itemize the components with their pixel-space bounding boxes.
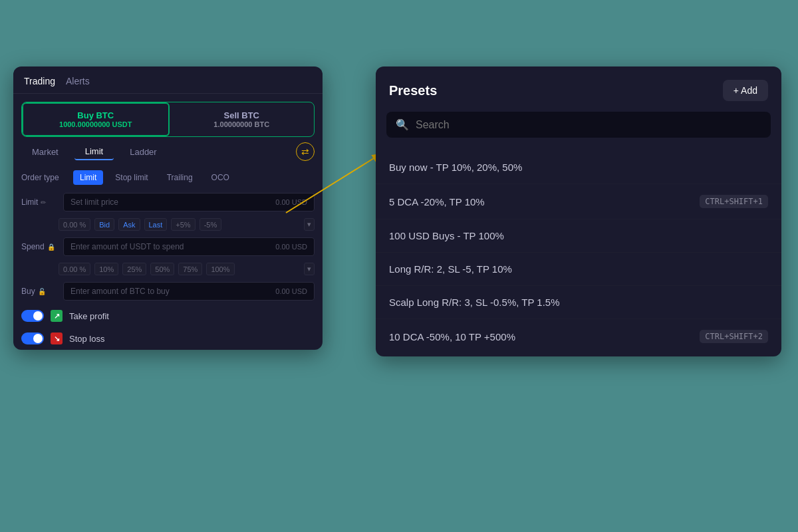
spend-label: Spend 🔒 [21,242,58,251]
preset-name: 5 DCA -20%, TP 10% [389,196,485,207]
order-type-tabs: Market Limit Ladder ⇄ [13,137,323,166]
order-trailing-btn[interactable]: Trailing [160,170,200,185]
spend-10-btn[interactable]: 10% [94,263,118,275]
preset-item[interactable]: 10 DCA -50%, 10 TP +500%CTRL+SHIFT+2 [376,319,781,354]
presets-title: Presets [389,83,437,98]
search-container: 🔍 [386,112,771,138]
ask-btn[interactable]: Ask [118,218,140,231]
add-preset-button[interactable]: + Add [723,80,768,101]
limit-field-row: Limit ✏ Set limit price 0.00 USD [13,189,323,215]
spend-75-btn[interactable]: 75% [178,263,202,275]
order-type-row: Order type Limit Stop limit Trailing OCO [13,166,323,189]
edit-icon: ✏ [41,199,46,206]
tab-alerts[interactable]: Alerts [66,74,90,88]
shortcut-badge: CTRL+SHIFT+1 [700,195,768,208]
spend-input[interactable]: Enter amount of USDT to spend 0.00 USD [63,237,315,256]
tab-ladder[interactable]: Ladder [119,144,167,160]
take-profit-toggle[interactable] [21,310,44,322]
preset-item[interactable]: Buy now - TP 10%, 20%, 50% [376,151,781,184]
spend-100-btn[interactable]: 100% [206,263,234,275]
presets-header: Presets + Add [376,66,781,112]
buy-label: Buy 🔓 [21,287,58,296]
take-profit-label: Take profit [69,311,109,321]
stop-loss-toggle[interactable] [21,332,44,344]
sell-button[interactable]: Sell BTC 1.00000000 BTC [170,102,315,136]
spend-dropdown-btn[interactable]: ▾ [304,263,315,275]
take-profit-icon: ↗ [51,310,63,322]
preset-name: 10 DCA -50%, 10 TP +500% [389,331,515,342]
bid-btn[interactable]: Bid [94,218,114,231]
spend-pct-btn[interactable]: 0.00 % [59,263,90,275]
spend-50-btn[interactable]: 50% [150,263,174,275]
order-limit-btn[interactable]: Limit [73,170,103,185]
preset-list: Buy now - TP 10%, 20%, 50%5 DCA -20%, TP… [376,148,781,356]
last-btn[interactable]: Last [144,218,168,231]
order-type-label: Order type [21,173,68,182]
stop-loss-label: Stop loss [69,334,104,344]
limit-label: Limit ✏ [21,198,58,207]
lock2-icon: 🔓 [38,288,46,295]
spend-25-btn[interactable]: 25% [122,263,146,275]
tab-limit[interactable]: Limit [74,144,114,160]
shortcut-badge: CTRL+SHIFT+2 [700,330,768,343]
tab-trading[interactable]: Trading [24,74,55,88]
stop-loss-row: ↘ Stop loss [13,327,323,350]
preset-item[interactable]: 5 DCA -20%, TP 10%CTRL+SHIFT+1 [376,184,781,219]
take-profit-row: ↗ Take profit [13,305,323,327]
limit-input[interactable]: Set limit price 0.00 USD [63,193,315,211]
presets-panel: Presets + Add 🔍 Buy now - TP 10%, 20%, 5… [376,66,781,356]
presets-icon-button[interactable]: ⇄ [296,142,315,161]
plus5-btn[interactable]: +5% [171,218,195,231]
limit-dropdown-btn[interactable]: ▾ [304,218,315,231]
preset-item[interactable]: Long R/R: 2, SL -5, TP 10% [376,252,781,285]
preset-name: Scalp Long R/R: 3, SL -0.5%, TP 1.5% [389,297,560,308]
trading-panel: Trading Alerts Buy BTC 1000.00000000 USD… [13,66,323,350]
order-stop-limit-btn[interactable]: Stop limit [108,170,154,185]
minus5-btn[interactable]: -5% [200,218,222,231]
limit-quick-buttons: 0.00 % Bid Ask Last +5% -5% ▾ [13,215,323,233]
limit-pct-btn[interactable]: 0.00 % [59,218,90,231]
stop-loss-icon: ↘ [51,332,63,344]
preset-name: Buy now - TP 10%, 20%, 50% [389,162,522,173]
buy-button[interactable]: Buy BTC 1000.00000000 USDT [22,102,170,136]
tab-market[interactable]: Market [21,144,69,160]
spend-field-row: Spend 🔒 Enter amount of USDT to spend 0.… [13,233,323,260]
lock-icon: 🔒 [47,243,55,251]
buy-input[interactable]: Enter amount of BTC to buy 0.00 USD [63,282,315,301]
preset-item[interactable]: 100 USD Buys - TP 100% [376,219,781,252]
preset-name: 100 USD Buys - TP 100% [389,230,504,241]
spend-quick-buttons: 0.00 % 10% 25% 50% 75% 100% ▾ [13,260,323,278]
search-input[interactable] [416,119,761,131]
buy-sell-toggle: Buy BTC 1000.00000000 USDT Sell BTC 1.00… [21,102,315,137]
panel-tab-bar: Trading Alerts [13,66,323,94]
preset-item[interactable]: Scalp Long R/R: 3, SL -0.5%, TP 1.5% [376,285,781,319]
order-oco-btn[interactable]: OCO [205,170,236,185]
buy-field-row: Buy 🔓 Enter amount of BTC to buy 0.00 US… [13,278,323,305]
search-icon: 🔍 [396,118,409,131]
preset-name: Long R/R: 2, SL -5, TP 10% [389,263,512,275]
